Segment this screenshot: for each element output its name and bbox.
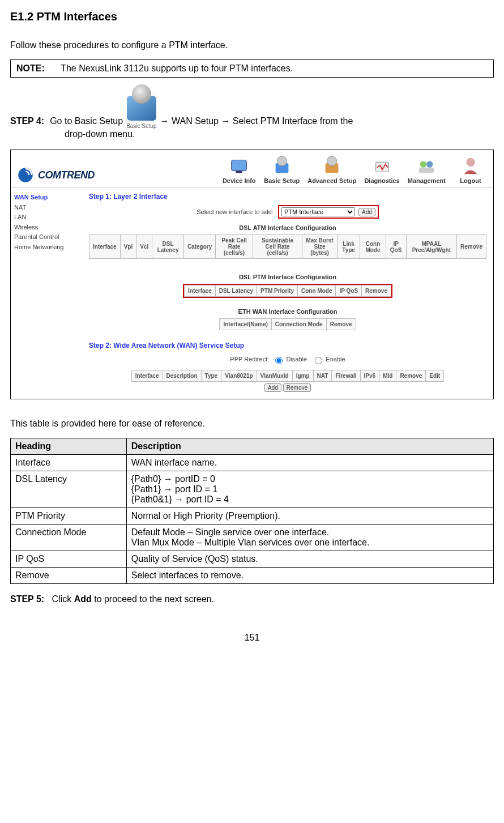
ref-head-heading: Heading — [11, 438, 127, 455]
step2-label: Step 2: Wide Area Network (WAN) Service … — [89, 342, 486, 349]
ptm-table-highlight: InterfaceDSL LatencyPTM PriorityConn Mod… — [183, 284, 392, 298]
brand-logo: COMTREND — [16, 166, 95, 184]
svg-point-11 — [466, 158, 475, 167]
top-nav: Device Info Basic Setup Advanced Setup D… — [222, 155, 488, 184]
ref-row: Connection ModeDefault Mode – Single ser… — [11, 524, 494, 551]
svg-point-8 — [420, 161, 426, 167]
step1-label: Step 1: Layer 2 Interface — [89, 193, 486, 201]
svg-rect-10 — [419, 168, 434, 173]
step4-label: STEP 4: — [10, 114, 44, 128]
sidebar-wireless[interactable]: Wireless — [14, 223, 82, 233]
select-label: Select new interface to add: — [197, 208, 274, 215]
section-heading: E1.2 PTM Interfaces — [10, 10, 494, 23]
nav-management[interactable]: Management — [408, 155, 446, 184]
note-label: NOTE: — [16, 63, 58, 74]
intro-text: Follow these procedures to configure a P… — [10, 40, 494, 50]
step4-row: STEP 4: Go to Basic Setup Basic Setup → … — [10, 93, 494, 128]
sidebar-nat[interactable]: NAT — [14, 203, 82, 213]
note-text: The NexusLink 3112u supports up to four … — [61, 63, 293, 73]
sidebar-home-networking[interactable]: Home Networking — [14, 242, 82, 253]
nav-advanced-setup[interactable]: Advanced Setup — [307, 155, 356, 184]
ptm-table: InterfaceDSL LatencyPTM PriorityConn Mod… — [184, 285, 391, 297]
step4-continuation: drop-down menu. — [65, 129, 494, 139]
add-interface-button[interactable]: Add — [358, 208, 375, 216]
ref-row: IP QoSQuality of Service (QoS) status. — [11, 551, 494, 568]
ref-head-description: Description — [126, 438, 493, 455]
nav-device-info[interactable]: Device Info — [222, 155, 256, 184]
svg-point-6 — [327, 156, 337, 166]
basic-setup-icon: Basic Setup — [126, 96, 156, 130]
atm-title: DSL ATM Interface Configuration — [89, 224, 486, 231]
ppp-redirect-row: PPP Redirect: Disable Enable — [89, 355, 486, 364]
wan-service-table: InterfaceDescriptionTypeVlan8021pVlanMux… — [131, 370, 444, 382]
interface-select[interactable]: PTM Interface — [281, 207, 355, 216]
ppp-disable-radio[interactable] — [275, 357, 283, 364]
nav-diagnostics[interactable]: Diagnostics — [364, 155, 399, 184]
sidebar-wan-setup[interactable]: WAN Setup — [14, 193, 82, 203]
svg-point-9 — [426, 161, 433, 167]
page-number: 151 — [10, 633, 494, 643]
svg-point-0 — [18, 168, 33, 182]
step4-post: → WAN Setup → Select PTM Interface from … — [160, 114, 353, 128]
ref-row: InterfaceWAN interface name. — [11, 455, 494, 471]
step5-row: STEP 5: Click Add to proceed to the next… — [10, 594, 494, 604]
interface-select-highlight: PTM Interface Add — [278, 205, 379, 219]
wan-add-button[interactable]: Add — [264, 383, 281, 392]
nav-logout[interactable]: Logout — [454, 155, 488, 184]
after-intro: This table is provided here for ease of … — [10, 419, 494, 429]
router-ui-screenshot: COMTREND Device Info Basic Setup Advance… — [10, 150, 494, 399]
eth-title: ETH WAN Interface Configuration — [89, 308, 486, 315]
atm-table: InterfaceVpiVciDSL LatencyCategoryPeak C… — [89, 234, 486, 259]
sidebar-lan[interactable]: LAN — [14, 212, 82, 223]
wan-remove-button[interactable]: Remove — [283, 383, 311, 392]
svg-point-4 — [277, 156, 287, 166]
svg-rect-1 — [232, 160, 247, 171]
ref-row: DSL Latency{Path0} → portID = 0 {Path1} … — [11, 471, 494, 508]
nav-basic-setup[interactable]: Basic Setup — [264, 155, 300, 184]
sidebar: WAN Setup NAT LAN Wireless Parental Cont… — [11, 188, 86, 399]
ref-row: PTM PriorityNormal or High Priority (Pre… — [11, 508, 494, 524]
sidebar-parental-control[interactable]: Parental Control — [14, 232, 82, 242]
note-box: NOTE: The NexusLink 3112u supports up to… — [10, 59, 494, 78]
reference-table: Heading Description InterfaceWAN interfa… — [10, 438, 494, 584]
step4-pre: Go to Basic Setup — [50, 114, 123, 128]
ptm-title: DSL PTM Interface Configuration — [89, 274, 486, 280]
ref-row: RemoveSelect interfaces to remove. — [11, 568, 494, 584]
svg-rect-2 — [236, 171, 242, 173]
step5-label: STEP 5: — [10, 594, 44, 604]
eth-table: Interface/(Name)Connection ModeRemove — [219, 318, 356, 330]
ppp-enable-radio[interactable] — [315, 357, 322, 364]
